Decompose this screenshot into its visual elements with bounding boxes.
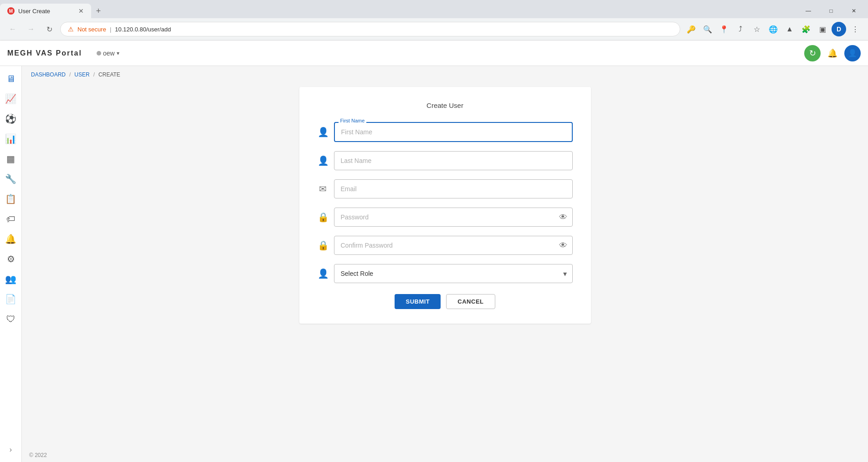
org-name: oew bbox=[103, 50, 115, 57]
email-icon: ✉ bbox=[318, 183, 329, 194]
select-role-field: Select Role ▾ bbox=[334, 264, 573, 283]
star-icon[interactable]: ☆ bbox=[750, 22, 764, 36]
zoom-icon[interactable]: 🔍 bbox=[700, 22, 715, 36]
tab-favicon: M bbox=[7, 7, 15, 15]
window-controls: — □ ✕ bbox=[798, 4, 868, 18]
not-secure-label: Not secure bbox=[77, 26, 106, 33]
sidebar-item-docs[interactable]: 📄 bbox=[2, 290, 20, 308]
first-name-row: 👤 First Name bbox=[318, 122, 573, 142]
close-button[interactable]: ✕ bbox=[843, 4, 864, 18]
copyright-text: © 2022 bbox=[29, 452, 47, 458]
sidebar-expand-button[interactable]: › bbox=[2, 441, 20, 459]
share-icon[interactable]: ⤴ bbox=[733, 22, 748, 36]
breadcrumb-sep-2: / bbox=[93, 71, 95, 78]
cancel-button[interactable]: CANCEL bbox=[446, 294, 495, 309]
location-icon[interactable]: 📍 bbox=[717, 22, 731, 36]
url-address: 10.120.0.80/user/add bbox=[115, 26, 673, 33]
dropdown-arrow-icon: ▾ bbox=[563, 269, 567, 278]
org-dot-icon bbox=[97, 51, 101, 56]
top-nav: MEGH VAS Portal oew ▾ ↻ 🔔 👤 bbox=[0, 41, 868, 66]
tab-close-button[interactable]: ✕ bbox=[78, 7, 84, 15]
submit-button[interactable]: SUBMIT bbox=[395, 294, 441, 309]
confirm-password-toggle-visibility-icon[interactable]: 👁 bbox=[559, 241, 567, 250]
browser-toolbar-icons: 🔑 🔍 📍 ⤴ ☆ 🌐 ▲ 🧩 ▣ D ⋮ bbox=[684, 22, 863, 36]
active-tab[interactable]: M User Create ✕ bbox=[0, 4, 91, 18]
breadcrumb: DASHBOARD / USER / CREATE bbox=[22, 66, 868, 83]
select-role-row: 👤 Select Role ▾ bbox=[318, 264, 573, 283]
sidebar-toggle-icon[interactable]: ▣ bbox=[815, 22, 830, 36]
url-bar[interactable]: ⚠ Not secure | 10.120.0.80/user/add bbox=[60, 22, 680, 36]
confirm-password-row: 🔒 👁 bbox=[318, 236, 573, 255]
sidebar-item-dashboard[interactable]: 🖥 bbox=[2, 70, 20, 88]
last-name-person-icon: 👤 bbox=[318, 155, 329, 166]
password-field: 👁 bbox=[334, 208, 573, 227]
breadcrumb-user[interactable]: USER bbox=[74, 71, 89, 78]
minimize-button[interactable]: — bbox=[798, 4, 819, 18]
app-container: MEGH VAS Portal oew ▾ ↻ 🔔 👤 🖥 📈 ⚽ 📊 ▦ 🔧 … bbox=[0, 41, 868, 462]
maximize-button[interactable]: □ bbox=[821, 4, 842, 18]
puzzle-icon[interactable]: 🧩 bbox=[799, 22, 813, 36]
email-input[interactable] bbox=[334, 179, 573, 198]
confirm-password-field: 👁 bbox=[334, 236, 573, 255]
user-avatar-button[interactable]: 👤 bbox=[844, 45, 861, 61]
forward-button[interactable]: → bbox=[24, 22, 38, 36]
email-field bbox=[334, 179, 573, 198]
footer: © 2022 bbox=[22, 448, 54, 462]
password-row: 🔒 👁 bbox=[318, 208, 573, 227]
sidebar-item-shield[interactable]: 🛡 bbox=[2, 310, 20, 328]
form-actions: SUBMIT CANCEL bbox=[318, 294, 573, 309]
role-person-icon: 👤 bbox=[318, 268, 329, 279]
key-icon[interactable]: 🔑 bbox=[684, 22, 699, 36]
form-title: Create User bbox=[318, 102, 573, 109]
content-area: DASHBOARD / USER / CREATE Create User 👤 … bbox=[22, 66, 868, 462]
sync-icon[interactable]: ↻ bbox=[804, 45, 821, 61]
security-warning-icon: ⚠ bbox=[68, 25, 74, 33]
browser-chrome: M User Create ✕ + — □ ✕ ← → ↻ ⚠ Not secu… bbox=[0, 0, 868, 41]
confirm-password-input[interactable] bbox=[334, 236, 573, 255]
last-name-input[interactable] bbox=[334, 151, 573, 170]
sidebar-item-targets[interactable]: ⚽ bbox=[2, 110, 20, 128]
browser-menu-icon[interactable]: ⋮ bbox=[848, 22, 863, 36]
breadcrumb-sep-1: / bbox=[69, 71, 71, 78]
org-dropdown-icon: ▾ bbox=[117, 50, 119, 56]
org-selector[interactable]: oew ▾ bbox=[93, 48, 123, 59]
sidebar-item-settings[interactable]: ⚙ bbox=[2, 250, 20, 268]
back-button[interactable]: ← bbox=[5, 22, 20, 36]
sidebar-item-tools[interactable]: 🔧 bbox=[2, 170, 20, 188]
first-name-person-icon: 👤 bbox=[318, 127, 329, 137]
last-name-row: 👤 bbox=[318, 151, 573, 170]
sidebar-item-alerts[interactable]: 🔔 bbox=[2, 230, 20, 248]
extension-icon[interactable]: 🌐 bbox=[766, 22, 781, 36]
sidebar-item-panels[interactable]: ▦ bbox=[2, 150, 20, 168]
greasemonkey-icon[interactable]: ▲ bbox=[782, 22, 797, 36]
first-name-field: First Name bbox=[334, 122, 573, 142]
create-user-form-card: Create User 👤 First Name 👤 bbox=[299, 87, 591, 324]
password-input[interactable] bbox=[334, 208, 573, 227]
email-row: ✉ bbox=[318, 179, 573, 198]
sidebar: 🖥 📈 ⚽ 📊 ▦ 🔧 📋 🏷 🔔 ⚙ 👥 📄 🛡 › bbox=[0, 66, 22, 462]
address-bar: ← → ↻ ⚠ Not secure | 10.120.0.80/user/ad… bbox=[0, 18, 868, 40]
first-name-input[interactable] bbox=[334, 122, 573, 142]
main-area: 🖥 📈 ⚽ 📊 ▦ 🔧 📋 🏷 🔔 ⚙ 👥 📄 🛡 › DASHBOARD / … bbox=[0, 66, 868, 462]
new-tab-button[interactable]: + bbox=[91, 4, 106, 18]
sidebar-item-tags[interactable]: 🏷 bbox=[2, 210, 20, 228]
browser-profile-icon[interactable]: D bbox=[832, 22, 846, 36]
refresh-button[interactable]: ↻ bbox=[42, 22, 56, 36]
app-logo: MEGH VAS Portal bbox=[7, 49, 82, 57]
sidebar-item-users[interactable]: 👥 bbox=[2, 270, 20, 288]
sidebar-item-charts[interactable]: 📊 bbox=[2, 130, 20, 148]
tab-bar: M User Create ✕ + — □ ✕ bbox=[0, 0, 868, 18]
url-separator: | bbox=[110, 26, 111, 33]
password-lock-icon: 🔒 bbox=[318, 212, 329, 223]
top-nav-right: ↻ 🔔 👤 bbox=[804, 45, 861, 61]
select-role-dropdown[interactable]: Select Role ▾ bbox=[334, 264, 573, 283]
bell-icon[interactable]: 🔔 bbox=[824, 45, 841, 61]
first-name-label: First Name bbox=[339, 118, 367, 123]
sidebar-item-reports[interactable]: 📈 bbox=[2, 90, 20, 108]
select-role-placeholder: Select Role bbox=[341, 270, 374, 277]
tab-title: User Create bbox=[18, 8, 50, 15]
breadcrumb-dashboard[interactable]: DASHBOARD bbox=[31, 71, 66, 78]
sidebar-item-tables[interactable]: 📋 bbox=[2, 190, 20, 208]
password-toggle-visibility-icon[interactable]: 👁 bbox=[559, 213, 567, 222]
last-name-field bbox=[334, 151, 573, 170]
